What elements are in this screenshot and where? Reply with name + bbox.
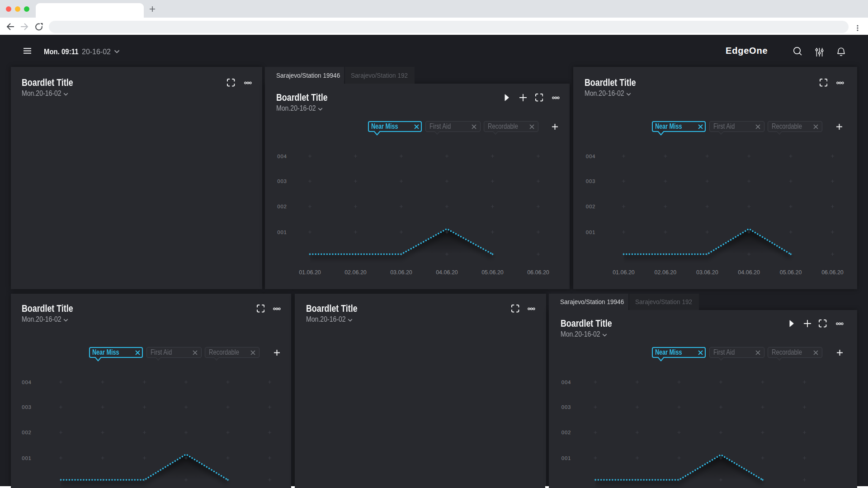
svg-text:002: 002 (586, 204, 596, 209)
svg-text:01.06.20: 01.06.20 (613, 269, 635, 276)
svg-text:004: 004 (22, 380, 32, 385)
svg-text:002: 002 (277, 204, 287, 209)
svg-text:002: 002 (561, 430, 571, 435)
svg-text:004: 004 (277, 154, 287, 159)
svg-text:05.06.20: 05.06.20 (780, 269, 802, 276)
svg-text:003: 003 (586, 178, 596, 184)
svg-text:003: 003 (561, 404, 571, 410)
svg-text:004: 004 (586, 154, 596, 159)
svg-text:03.06.20: 03.06.20 (696, 269, 718, 276)
svg-text:003: 003 (22, 404, 32, 410)
svg-text:002: 002 (22, 430, 32, 435)
svg-text:001: 001 (586, 230, 596, 235)
svg-text:04.06.20: 04.06.20 (738, 269, 760, 276)
svg-text:06.06.20: 06.06.20 (821, 269, 844, 276)
svg-text:04.06.20: 04.06.20 (436, 269, 458, 276)
svg-text:02.06.20: 02.06.20 (344, 269, 367, 276)
svg-text:03.06.20: 03.06.20 (390, 269, 412, 276)
svg-text:001: 001 (277, 230, 287, 235)
svg-text:06.06.20: 06.06.20 (527, 269, 549, 276)
svg-text:001: 001 (561, 455, 571, 461)
svg-text:01.06.20: 01.06.20 (299, 269, 321, 276)
svg-text:003: 003 (277, 178, 287, 184)
svg-text:05.06.20: 05.06.20 (481, 269, 504, 276)
svg-text:02.06.20: 02.06.20 (655, 269, 677, 276)
svg-text:001: 001 (22, 455, 32, 461)
svg-text:004: 004 (561, 380, 571, 385)
